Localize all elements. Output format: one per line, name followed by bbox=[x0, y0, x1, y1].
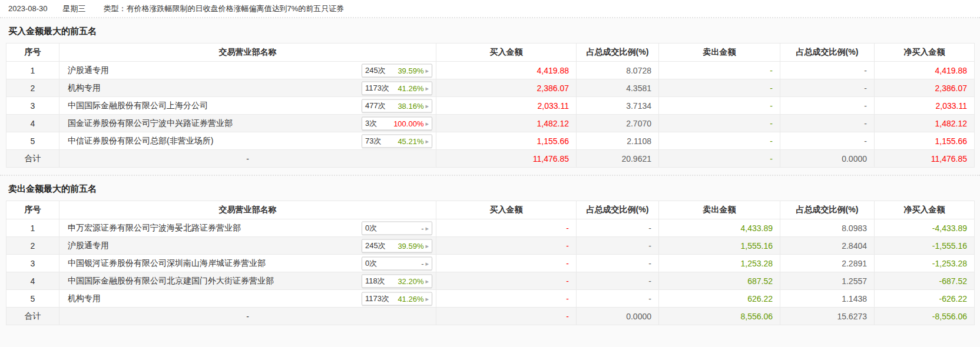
win-rate-percent: 39.59% bbox=[398, 66, 423, 75]
sell-table: 序号交易营业部名称买入金额占总成交比例(%)卖出金额占总成交比例(%)净买入金额… bbox=[6, 201, 975, 325]
branch-name[interactable]: 机构专用 bbox=[68, 83, 101, 92]
buy-amount-cell: - bbox=[436, 237, 577, 255]
win-rate-percent: - bbox=[421, 259, 423, 268]
sell-section-title: 卖出金额最大的前五名 bbox=[0, 176, 980, 201]
branch-name[interactable]: 沪股通专用 bbox=[68, 241, 109, 250]
branch-stats-badge[interactable]: 73次45.21%▸ bbox=[362, 134, 432, 148]
table-row: 3中国银河证券股份有限公司深圳南山海岸城证券营业部0次-▸--1,253.282… bbox=[6, 255, 975, 272]
column-header: 占总成交比例(%) bbox=[780, 201, 875, 219]
sell-amount-cell: - bbox=[659, 62, 780, 79]
buy-ratio-cell: - bbox=[577, 255, 659, 272]
win-rate-percent: - bbox=[421, 223, 423, 232]
branch-stats-badge[interactable]: 0次-▸ bbox=[362, 221, 432, 235]
net-buy-cell: -1,253.28 bbox=[875, 255, 975, 272]
buy-ratio-cell: 8.0728 bbox=[577, 62, 659, 79]
table-row: 1申万宏源证券有限公司宁波海晏北路证券营业部0次-▸--4,433.898.09… bbox=[6, 219, 975, 237]
row-index: 3 bbox=[6, 255, 59, 272]
branch-stats-badge[interactable]: 1173次41.26%▸ bbox=[362, 292, 432, 305]
appearance-count: 1173次 bbox=[365, 83, 389, 94]
branch-name-cell: 沪股通专用245次39.59%▸ bbox=[59, 62, 436, 79]
chevron-right-icon: ▸ bbox=[425, 120, 429, 126]
net-buy-cell: 1,482.12 bbox=[875, 115, 975, 132]
branch-name[interactable]: 中信证券股份有限公司总部(非营业场所) bbox=[68, 136, 213, 145]
branch-name-cell: 中国银河证券股份有限公司深圳南山海岸城证券营业部0次-▸ bbox=[59, 255, 436, 272]
column-header: 净买入金额 bbox=[875, 44, 975, 62]
branch-name: - bbox=[246, 312, 249, 321]
buy-section-title: 买入金额最大的前五名 bbox=[0, 18, 980, 43]
appearance-count: 0次 bbox=[365, 258, 377, 269]
appearance-count: 0次 bbox=[365, 223, 377, 233]
appearance-count: 1173次 bbox=[365, 293, 389, 304]
branch-name: - bbox=[246, 154, 249, 164]
buy-amount-cell: - bbox=[436, 308, 577, 325]
buy-amount-cell: 2,033.11 bbox=[436, 97, 577, 115]
buy-amount-cell: - bbox=[436, 272, 577, 290]
buy-ratio-cell: 2.1108 bbox=[577, 132, 659, 150]
sell-section: 卖出金额最大的前五名 序号交易营业部名称买入金额占总成交比例(%)卖出金额占总成… bbox=[0, 175, 980, 325]
sell-ratio-cell: - bbox=[780, 79, 875, 97]
table-row: 2沪股通专用245次39.59%▸--1,555.162.8404-1,555.… bbox=[6, 237, 975, 255]
net-buy-cell: -1,555.16 bbox=[875, 237, 975, 255]
branch-name[interactable]: 中国国际金融股份有限公司北京建国门外大街证券营业部 bbox=[68, 276, 274, 285]
branch-stats-badge[interactable]: 0次-▸ bbox=[362, 256, 432, 270]
win-rate-percent: 41.26% bbox=[398, 84, 423, 92]
net-buy-cell: 1,155.66 bbox=[875, 132, 975, 150]
sell-amount-cell: 8,556.06 bbox=[659, 308, 780, 325]
branch-stats-badge[interactable]: 118次32.20%▸ bbox=[362, 274, 432, 288]
net-buy-cell: 4,419.88 bbox=[875, 62, 975, 79]
branch-name[interactable]: 中国国际金融股份有限公司上海分公司 bbox=[68, 101, 208, 110]
sell-amount-cell: - bbox=[659, 79, 780, 97]
branch-name[interactable]: 申万宏源证券有限公司宁波海晏北路证券营业部 bbox=[68, 223, 241, 232]
branch-name-cell: 中国国际金融股份有限公司上海分公司477次38.16%▸ bbox=[59, 97, 436, 115]
buy-ratio-cell: 4.3581 bbox=[577, 79, 659, 97]
branch-name-cell: 机构专用1173次41.26%▸ bbox=[59, 79, 436, 97]
row-index: 4 bbox=[6, 115, 59, 132]
buy-amount-cell: 11,476.85 bbox=[436, 150, 577, 168]
win-rate-percent: 41.26% bbox=[398, 294, 423, 303]
branch-name[interactable]: 国金证券股份有限公司宁波中兴路证券营业部 bbox=[68, 118, 233, 128]
column-header: 买入金额 bbox=[436, 201, 577, 219]
appearance-count: 118次 bbox=[365, 276, 385, 286]
buy-ratio-cell: 20.9621 bbox=[577, 150, 659, 168]
buy-amount-cell: 1,155.66 bbox=[436, 132, 577, 150]
branch-name[interactable]: 中国银河证券股份有限公司深圳南山海岸城证券营业部 bbox=[68, 258, 266, 268]
row-index: 2 bbox=[6, 237, 59, 255]
row-index: 1 bbox=[6, 62, 59, 79]
branch-stats-badge[interactable]: 1173次41.26%▸ bbox=[362, 81, 432, 95]
chevron-right-icon: ▸ bbox=[425, 278, 429, 284]
branch-name-cell: - bbox=[59, 308, 436, 325]
buy-table-header-row: 序号交易营业部名称买入金额占总成交比例(%)卖出金额占总成交比例(%)净买入金额 bbox=[6, 44, 975, 62]
column-header: 序号 bbox=[6, 44, 59, 62]
branch-name[interactable]: 机构专用 bbox=[68, 293, 101, 303]
branch-stats-badge[interactable]: 3次100.00%▸ bbox=[362, 116, 432, 130]
buy-amount-cell: 1,482.12 bbox=[436, 115, 577, 132]
net-buy-cell: 2,033.11 bbox=[875, 97, 975, 115]
net-buy-cell: -626.22 bbox=[875, 290, 975, 308]
win-rate-percent: 39.59% bbox=[398, 241, 423, 250]
buy-amount-cell: 2,386.07 bbox=[436, 79, 577, 97]
branch-stats-badge[interactable]: 477次38.16%▸ bbox=[362, 99, 432, 112]
branch-stats-badge[interactable]: 245次39.59%▸ bbox=[362, 64, 432, 77]
sell-amount-cell: - bbox=[659, 115, 780, 132]
sell-ratio-cell: - bbox=[780, 62, 875, 79]
net-buy-cell: -687.52 bbox=[875, 272, 975, 290]
sell-ratio-cell: - bbox=[780, 97, 875, 115]
buy-amount-cell: - bbox=[436, 255, 577, 272]
win-rate-percent: 100.00% bbox=[393, 119, 423, 128]
date-text: 2023-08-30 bbox=[8, 4, 48, 13]
buy-section: 买入金额最大的前五名 序号交易营业部名称买入金额占总成交比例(%)卖出金额占总成… bbox=[0, 18, 980, 168]
branch-name[interactable]: 沪股通专用 bbox=[68, 65, 109, 75]
column-header: 交易营业部名称 bbox=[59, 44, 436, 62]
branch-name-cell: 国金证券股份有限公司宁波中兴路证券营业部3次100.00%▸ bbox=[59, 115, 436, 132]
buy-amount-cell: - bbox=[436, 290, 577, 308]
branch-stats-badge[interactable]: 245次39.59%▸ bbox=[362, 239, 432, 252]
chevron-right-icon: ▸ bbox=[425, 242, 429, 249]
sell-amount-cell: 1,253.28 bbox=[659, 255, 780, 272]
appearance-count: 245次 bbox=[365, 65, 386, 76]
net-buy-cell: -8,556.06 bbox=[875, 308, 975, 325]
sell-ratio-cell: 0.0000 bbox=[780, 150, 875, 168]
sell-ratio-cell: - bbox=[780, 115, 875, 132]
branch-name-cell: 中国国际金融股份有限公司北京建国门外大街证券营业部118次32.20%▸ bbox=[59, 272, 436, 290]
column-header: 卖出金额 bbox=[659, 44, 780, 62]
total-label: 合计 bbox=[6, 308, 59, 325]
